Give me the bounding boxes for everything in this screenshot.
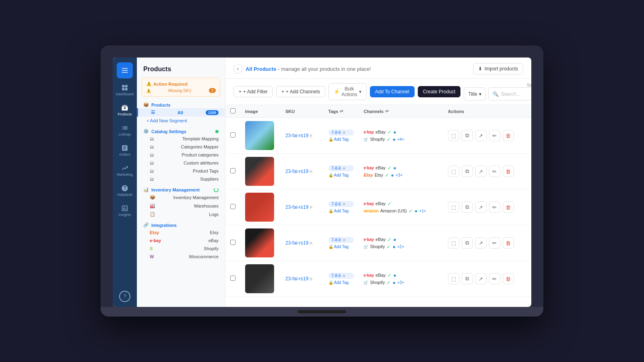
- view-button[interactable]: ⬚: [448, 130, 459, 141]
- row-checkbox-3[interactable]: [230, 240, 235, 245]
- row-checkbox-2[interactable]: [230, 204, 235, 209]
- share-button[interactable]: ↗: [475, 237, 487, 249]
- sidebar-item-woocommerce[interactable]: W Woocommerce: [137, 253, 225, 261]
- log-icon: 📋: [150, 212, 155, 217]
- share-button[interactable]: ↗: [475, 202, 487, 213]
- channel-dot-icon: ●: [393, 272, 396, 278]
- view-button[interactable]: ⬚: [448, 202, 459, 213]
- row-checkbox-cell: [225, 261, 240, 297]
- nav-item-marketing[interactable]: Marketing: [113, 161, 137, 180]
- add-filter-button[interactable]: + + Add Filter: [233, 86, 273, 97]
- add-segment-btn[interactable]: + Add New Segment: [137, 117, 225, 125]
- add-tag-button[interactable]: 🔒Add Tag: [328, 137, 354, 142]
- duplicate-button[interactable]: ⧉: [462, 273, 473, 284]
- back-button[interactable]: ‹: [233, 64, 242, 74]
- copy-sku-icon[interactable]: ⎘: [310, 134, 312, 138]
- add-tag-button[interactable]: 🔒Add Tag: [328, 280, 354, 285]
- nav-item-helpdesk[interactable]: Helpdesk: [113, 181, 137, 200]
- im-icon: 📦: [150, 195, 155, 200]
- share-button[interactable]: ↗: [475, 130, 487, 141]
- tag-remove-icon[interactable]: ✕: [343, 238, 346, 242]
- sidebar-item-logs[interactable]: 📋 Logs: [137, 210, 225, 218]
- tag-remove-icon[interactable]: ✕: [343, 274, 346, 278]
- copy-sku-icon[interactable]: ⎘: [310, 241, 312, 245]
- tag-remove-icon[interactable]: ✕: [343, 131, 346, 135]
- edit-button[interactable]: ✏: [489, 237, 500, 249]
- tag-remove-icon[interactable]: ✕: [343, 202, 346, 206]
- copy-sku-icon[interactable]: ⎘: [310, 277, 312, 281]
- tag-remove-icon[interactable]: ✕: [343, 167, 346, 171]
- create-product-button[interactable]: Create Product: [418, 86, 461, 97]
- sidebar-item-ebay[interactable]: e·bay eBay: [137, 237, 225, 245]
- sidebar-item-suppliers[interactable]: 🗂 Suppliers: [137, 175, 225, 183]
- tags-shuffle-icon[interactable]: ⇄: [340, 109, 343, 113]
- select-all-checkbox[interactable]: [230, 108, 235, 113]
- channel-more[interactable]: +4+: [397, 137, 404, 142]
- delete-button[interactable]: 🗑: [503, 202, 514, 213]
- nav-item-products[interactable]: Products: [113, 101, 137, 119]
- help-button[interactable]: ?: [119, 291, 130, 302]
- delete-button[interactable]: 🗑: [503, 166, 514, 177]
- view-button[interactable]: ⬚: [448, 166, 459, 177]
- import-products-button[interactable]: ⬇ Import products: [473, 63, 523, 74]
- logo-menu-button[interactable]: [117, 62, 133, 78]
- view-button[interactable]: ⬚: [448, 237, 459, 249]
- edit-button[interactable]: ✏: [489, 273, 500, 284]
- search-input-wrap[interactable]: 🔍 Search...: [488, 87, 531, 101]
- edit-button[interactable]: ✏: [489, 202, 500, 213]
- sidebar-item-etsy[interactable]: Etsy Etsy: [137, 228, 225, 237]
- delete-button[interactable]: 🗑: [503, 273, 514, 284]
- nav-item-listings[interactable]: Listings: [113, 121, 137, 140]
- view-button[interactable]: ⬚: [448, 273, 459, 284]
- nav-item-insights[interactable]: Insights: [113, 202, 137, 220]
- row-checkbox-4[interactable]: [230, 276, 235, 281]
- channel-more[interactable]: +3+: [397, 280, 404, 285]
- share-button[interactable]: ↗: [475, 273, 487, 284]
- products-section-title[interactable]: 📦 Products: [137, 100, 225, 108]
- bulk-actions-button[interactable]: ⚡ Bulk Actions ▾: [328, 83, 366, 100]
- share-button[interactable]: ↗: [475, 166, 487, 177]
- alert-missing-sku[interactable]: ⚠️ Missing SKU 3: [146, 88, 216, 93]
- add-channels-button[interactable]: + + Add Channels: [276, 86, 325, 97]
- add-to-channel-button[interactable]: Add To Channel: [370, 86, 415, 97]
- sidebar-item-inventory-management[interactable]: 📦 Inventory Management: [137, 193, 225, 202]
- add-tag-button[interactable]: 🔒Add Tag: [328, 209, 354, 213]
- sidebar-item-all[interactable]: ☰ All 1200: [137, 108, 225, 117]
- sidebar-item-product-categories[interactable]: 🗂 Product categories: [137, 151, 225, 159]
- duplicate-button[interactable]: ⧉: [462, 166, 473, 177]
- nav-item-orders[interactable]: Orders: [113, 141, 137, 160]
- add-tag-label: Add Tag: [334, 209, 349, 213]
- delete-button[interactable]: 🗑: [503, 237, 514, 249]
- edit-button[interactable]: ✏: [489, 130, 500, 141]
- edit-button[interactable]: ✏: [489, 166, 500, 177]
- add-to-channel-label: Add To Channel: [375, 89, 409, 95]
- inventory-section: 📊 Inventory Management 📦 Inventory Manag…: [137, 185, 225, 218]
- delete-button[interactable]: 🗑: [503, 130, 514, 141]
- title-select[interactable]: Title ▾: [464, 87, 485, 101]
- duplicate-button[interactable]: ⧉: [462, 130, 473, 141]
- sidebar-item-custom-attributes[interactable]: 🗂 Custom attribures: [137, 159, 225, 167]
- channel-more[interactable]: +2+: [397, 245, 404, 249]
- sidebar-item-shopify[interactable]: S Shopify: [137, 245, 225, 253]
- duplicate-button[interactable]: ⧉: [462, 237, 473, 249]
- sidebar-item-categories-mapper[interactable]: 🗂 Categories Mapper: [137, 143, 225, 151]
- channel-more[interactable]: +3+: [396, 173, 402, 177]
- integrations-section-title[interactable]: 🔗 Integrations: [137, 220, 225, 228]
- channels-shuffle-icon[interactable]: ⇄: [385, 109, 388, 113]
- actions-cell: ⬚ ⧉ ↗ ✏ 🗑: [443, 118, 531, 154]
- sidebar-item-template-mapping[interactable]: 🗂 Template Mapping: [137, 135, 225, 143]
- row-checkbox-1[interactable]: [230, 168, 235, 173]
- sidebar-item-product-tags[interactable]: 🗂 Product Tags: [137, 167, 225, 175]
- copy-sku-icon[interactable]: ⎘: [310, 205, 312, 210]
- copy-sku-icon[interactable]: ⎘: [310, 169, 312, 174]
- add-tag-button[interactable]: 🔒Add Tag: [328, 173, 354, 177]
- inventory-section-title[interactable]: 📊 Inventory Management: [137, 185, 225, 193]
- catalog-section-title[interactable]: ⚙️ Catalog Settings: [137, 126, 225, 135]
- sidebar-item-warehouses[interactable]: 🏭 Warehouses: [137, 202, 225, 210]
- nav-item-dashboard[interactable]: Dashboard: [113, 81, 137, 99]
- channel-more[interactable]: +1+: [419, 209, 426, 213]
- add-tag-button[interactable]: 🔒Add Tag: [328, 245, 354, 249]
- breadcrumb: All Products - manage all your products …: [246, 66, 371, 72]
- duplicate-button[interactable]: ⧉: [462, 202, 473, 213]
- row-checkbox-0[interactable]: [230, 132, 235, 138]
